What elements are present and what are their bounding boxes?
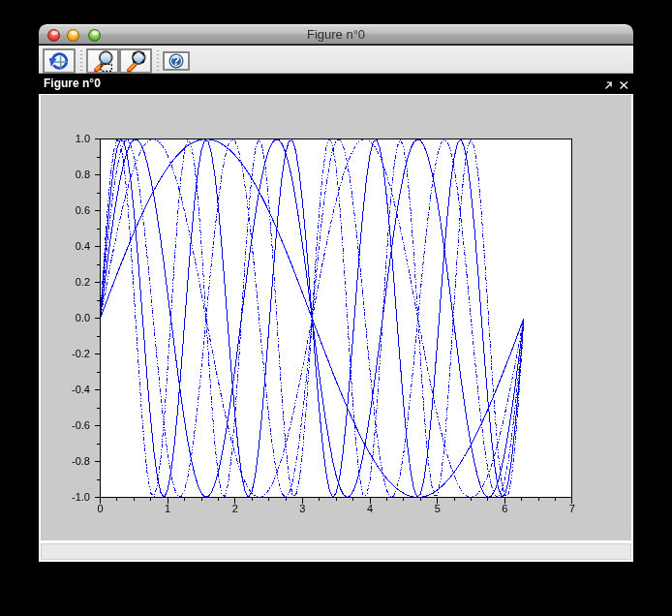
svg-text:0.0: 0.0: [76, 312, 90, 323]
svg-text:-0.8: -0.8: [72, 455, 90, 467]
svg-text:1.0: 1.0: [76, 133, 90, 144]
svg-text:-0.6: -0.6: [72, 419, 90, 431]
svg-text:1: 1: [165, 503, 170, 514]
svg-text:-1.0: -1.0: [72, 491, 90, 503]
svg-text:0: 0: [97, 503, 103, 514]
svg-text:7: 7: [569, 503, 575, 514]
svg-text:4: 4: [367, 503, 373, 514]
svg-text:-0.2: -0.2: [72, 348, 90, 359]
svg-text:0.4: 0.4: [76, 240, 90, 252]
svg-text:-0.4: -0.4: [72, 384, 90, 395]
svg-text:0.8: 0.8: [76, 169, 90, 180]
svg-text:6: 6: [502, 503, 507, 514]
svg-text:0.6: 0.6: [76, 204, 90, 216]
svg-text:2: 2: [232, 503, 238, 514]
svg-text:0.2: 0.2: [76, 276, 90, 288]
svg-text:3: 3: [299, 503, 305, 514]
svg-text:5: 5: [435, 503, 441, 514]
